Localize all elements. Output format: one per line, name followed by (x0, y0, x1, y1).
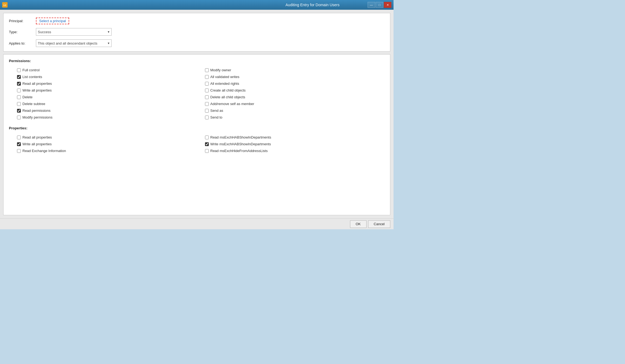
title-bar: 🗂 Auditing Entry for Domain Users — □ ✕ (0, 0, 394, 10)
list-item: Send to (197, 114, 385, 121)
prop-read-all-checkbox[interactable] (17, 136, 21, 139)
list-item: Write all properties (9, 141, 197, 147)
permissions-right-col: Modify owner All validated writes All ex… (197, 67, 385, 121)
list-item: Full control (9, 67, 197, 73)
type-select-wrapper: Success Failure All (36, 28, 112, 36)
read-all-props-label: Read all properties (22, 82, 52, 86)
all-validated-writes-checkbox[interactable] (205, 75, 209, 79)
read-all-props-checkbox[interactable] (17, 82, 21, 86)
principal-label: Principal: (9, 19, 36, 23)
add-remove-self-checkbox[interactable] (205, 102, 209, 106)
properties-section: Properties: Read all properties Write al… (9, 126, 385, 154)
full-control-checkbox[interactable] (17, 68, 21, 72)
applies-label: Applies to: (9, 41, 36, 45)
send-as-label: Send as (210, 109, 223, 113)
list-item: Read all properties (9, 134, 197, 141)
add-remove-self-label: Add/remove self as member (210, 102, 254, 106)
modify-owner-checkbox[interactable] (205, 68, 209, 72)
write-all-props-label: Write all properties (22, 88, 52, 92)
all-validated-writes-label: All validated writes (210, 75, 240, 79)
prop-read-all-label: Read all properties (22, 135, 52, 139)
list-item: Read permissions (9, 107, 197, 114)
prop-write-msexch-hab-label: Write msExchHABShowInDepartments (210, 142, 271, 146)
cancel-button[interactable]: Cancel (368, 220, 390, 228)
all-extended-rights-checkbox[interactable] (205, 82, 209, 86)
main-window: 🗂 Auditing Entry for Domain Users — □ ✕ … (0, 0, 394, 229)
permissions-title: Permissions: (9, 59, 385, 63)
prop-read-msexch-hab-label: Read msExchHABShowInDepartments (210, 135, 271, 139)
type-row: Type: Success Failure All (9, 28, 385, 36)
select-principal-link[interactable]: Select a principal (36, 18, 69, 24)
prop-write-all-checkbox[interactable] (17, 142, 21, 146)
write-all-props-checkbox[interactable] (17, 89, 21, 92)
delete-subtree-label: Delete subtree (22, 102, 45, 106)
list-item: Send as (197, 107, 385, 114)
prop-read-exchange-checkbox[interactable] (17, 149, 21, 153)
window-body: Principal: Select a principal Type: Succ… (0, 10, 394, 218)
prop-write-all-label: Write all properties (22, 142, 52, 146)
ok-button[interactable]: OK (350, 220, 367, 228)
modify-permissions-label: Modify permissions (22, 115, 52, 119)
list-item: Write all properties (9, 87, 197, 94)
title-bar-controls: — □ ✕ (368, 2, 391, 8)
list-item: Delete (9, 94, 197, 100)
principal-row: Principal: Select a principal (9, 18, 385, 24)
list-contents-checkbox[interactable] (17, 75, 21, 79)
send-to-checkbox[interactable] (205, 116, 209, 119)
list-contents-label: List contents (22, 75, 42, 79)
list-item: Add/remove self as member (197, 100, 385, 107)
applies-row: Applies to: This object and all descenda… (9, 39, 385, 47)
title-bar-left: 🗂 (2, 2, 8, 8)
app-icon: 🗂 (2, 2, 8, 8)
minimize-button[interactable]: — (368, 2, 375, 8)
list-item: Read all properties (9, 80, 197, 87)
delete-all-child-label: Delete all child objects (210, 95, 245, 99)
prop-read-msexch-hab-checkbox[interactable] (205, 136, 209, 139)
prop-read-msexch-hide-checkbox[interactable] (205, 149, 209, 153)
send-as-checkbox[interactable] (205, 109, 209, 113)
list-item: All extended rights (197, 80, 385, 87)
create-all-child-label: Create all child objects (210, 88, 246, 92)
type-label: Type: (9, 30, 36, 34)
list-item: Delete subtree (9, 100, 197, 107)
properties-right-col: Read msExchHABShowInDepartments Write ms… (197, 134, 385, 154)
modify-owner-label: Modify owner (210, 68, 231, 72)
list-item: Modify permissions (9, 114, 197, 121)
read-permissions-label: Read permissions (22, 109, 51, 113)
delete-label: Delete (22, 95, 33, 99)
list-item: All validated writes (197, 73, 385, 80)
send-to-label: Send to (210, 115, 223, 119)
bottom-bar: OK Cancel (0, 218, 394, 229)
all-extended-rights-label: All extended rights (210, 82, 239, 86)
applies-select-wrapper: This object and all descendant objects T… (36, 39, 112, 47)
prop-read-msexch-hide-label: Read msExchHideFromAddressLists (210, 149, 268, 153)
permissions-grid: Full control List contents Read all prop… (9, 67, 385, 121)
list-item: Read msExchHideFromAddressLists (197, 147, 385, 154)
create-all-child-checkbox[interactable] (205, 89, 209, 92)
delete-all-child-checkbox[interactable] (205, 95, 209, 99)
list-item: List contents (9, 73, 197, 80)
list-item: Write msExchHABShowInDepartments (197, 141, 385, 147)
properties-grid: Read all properties Write all properties… (9, 134, 385, 154)
top-panel: Principal: Select a principal Type: Succ… (3, 13, 390, 52)
modify-permissions-checkbox[interactable] (17, 116, 21, 119)
delete-subtree-checkbox[interactable] (17, 102, 21, 106)
properties-title: Properties: (9, 126, 385, 130)
list-item: Read msExchHABShowInDepartments (197, 134, 385, 141)
type-select[interactable]: Success Failure All (36, 28, 112, 36)
list-item: Modify owner (197, 67, 385, 73)
full-control-label: Full control (22, 68, 40, 72)
list-item: Delete all child objects (197, 94, 385, 100)
list-item: Create all child objects (197, 87, 385, 94)
applies-select[interactable]: This object and all descendant objects T… (36, 39, 112, 47)
close-button[interactable]: ✕ (384, 2, 391, 8)
prop-read-exchange-label: Read Exchange Information (22, 149, 66, 153)
prop-write-msexch-hab-checkbox[interactable] (205, 142, 209, 146)
read-permissions-checkbox[interactable] (17, 109, 21, 113)
maximize-button[interactable]: □ (376, 2, 383, 8)
permissions-panel: Permissions: Full control List contents … (3, 54, 390, 215)
delete-checkbox[interactable] (17, 95, 21, 99)
permissions-left-col: Full control List contents Read all prop… (9, 67, 197, 121)
window-title: Auditing Entry for Domain Users (285, 3, 340, 7)
list-item: Read Exchange Information (9, 147, 197, 154)
